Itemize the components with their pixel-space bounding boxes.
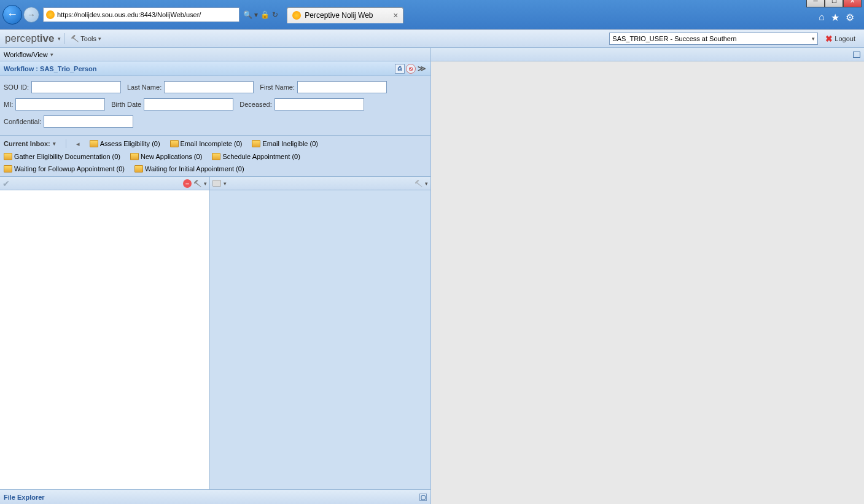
home-icon[interactable]: ⌂ bbox=[819, 12, 825, 23]
wrench-icon[interactable] bbox=[194, 180, 201, 187]
browser-tab[interactable]: Perceptive Nolij Web × bbox=[287, 7, 403, 23]
box-icon bbox=[252, 140, 260, 147]
favorites-icon[interactable]: ★ bbox=[831, 12, 839, 23]
check-icon[interactable]: ✔ bbox=[2, 179, 10, 188]
tools-button[interactable]: Tools ▾ bbox=[69, 34, 104, 44]
app-toolbar: perceptive ▾ Tools ▾ SAS_TRIO_USER - Suc… bbox=[0, 29, 864, 48]
detail-body bbox=[210, 190, 430, 489]
maximize-button[interactable]: ☐ bbox=[825, 0, 843, 7]
deceased-label: Deceased: bbox=[239, 101, 272, 108]
chevron-down-icon[interactable]: ▾ bbox=[425, 180, 428, 187]
chevron-down-icon[interactable]: ▾ bbox=[204, 180, 207, 187]
inbox-new-applications[interactable]: New Applications (0) bbox=[130, 153, 202, 160]
url-text: https://nolijdev.sou.ous.edu:8443/NolijW… bbox=[57, 11, 201, 18]
expand-icon[interactable]: ▢ bbox=[419, 494, 427, 501]
address-bar[interactable]: https://nolijdev.sou.ous.edu:8443/NolijW… bbox=[43, 7, 239, 22]
browser-chrome: ─ ☐ ✕ ← → https://nolijdev.sou.ous.edu:8… bbox=[0, 0, 864, 29]
inbox-gather-eligibility[interactable]: Gather Eligibility Documentation (0) bbox=[4, 153, 120, 160]
browser-menu-icons: ⌂ ★ ⚙ bbox=[811, 12, 862, 23]
tab-title: Perceptive Nolij Web bbox=[305, 11, 373, 20]
inbox-email-ineligible[interactable]: Email Ineligible (0) bbox=[252, 140, 317, 147]
box-icon bbox=[4, 165, 12, 173]
logout-button[interactable]: ✖ Logout bbox=[822, 33, 859, 45]
tab-icon bbox=[292, 11, 301, 20]
workflow-title: Workflow : SAS_Trio_Person bbox=[4, 65, 96, 72]
folder-icon[interactable] bbox=[212, 180, 221, 187]
forward-button[interactable]: → bbox=[23, 7, 39, 23]
file-explorer-bar[interactable]: File Explorer ▢ bbox=[0, 489, 430, 504]
workflow-header: Workflow : SAS_Trio_Person ⎙ ⦸ ≫ bbox=[0, 61, 430, 76]
inbox-assess-eligibility[interactable]: Assess Eligibility (0) bbox=[90, 140, 160, 147]
sou-id-label: SOU ID: bbox=[4, 83, 29, 91]
stop-icon[interactable]: ⦸ bbox=[406, 64, 416, 74]
viewer-toolbar bbox=[431, 48, 864, 61]
birth-date-input[interactable] bbox=[144, 98, 233, 110]
refresh-icon[interactable]: ↻ bbox=[272, 10, 278, 19]
detail-panel: ▾ ▾ bbox=[210, 177, 430, 489]
brand-dropdown-icon[interactable]: ▾ bbox=[58, 36, 61, 42]
mi-label: MI: bbox=[4, 101, 13, 108]
wrench-icon[interactable] bbox=[415, 180, 422, 187]
brand-label: perceptive bbox=[5, 33, 54, 45]
inbox-schedule-appointment[interactable]: Schedule Appointment (0) bbox=[212, 153, 300, 160]
workflow-panel: Workflow/View ▾ Workflow : SAS_Trio_Pers… bbox=[0, 48, 431, 504]
box-icon bbox=[90, 140, 98, 147]
remove-icon[interactable]: – bbox=[183, 179, 192, 188]
mi-input[interactable] bbox=[15, 98, 105, 110]
box-icon bbox=[212, 153, 220, 160]
inbox-bar: Current Inbox: ▾ ◂ Assess Eligibility (0… bbox=[0, 136, 430, 177]
results-body bbox=[0, 190, 209, 489]
window-controls: ─ ☐ ✕ bbox=[806, 0, 862, 7]
minimize-button[interactable]: ─ bbox=[806, 0, 825, 7]
chevron-down-icon: ▾ bbox=[50, 52, 53, 58]
search-dropdown-icon[interactable]: 🔍 ▾ bbox=[243, 10, 258, 19]
results-toolbar: ✔ – ▾ bbox=[0, 177, 209, 190]
deceased-input[interactable] bbox=[274, 98, 364, 110]
user-role-select[interactable]: SAS_TRIO_USER - Success at Southern ▾ bbox=[609, 33, 818, 45]
url-controls: 🔍 ▾ 🔒 ↻ bbox=[239, 10, 282, 19]
close-icon: ✖ bbox=[825, 34, 833, 44]
inbox-waiting-initial[interactable]: Waiting for Initial Appointment (0) bbox=[134, 165, 244, 173]
confidential-label: Confidential: bbox=[4, 118, 41, 125]
inbox-waiting-followup[interactable]: Waiting for Followup Appointment (0) bbox=[4, 165, 125, 173]
back-button[interactable]: ← bbox=[2, 5, 22, 25]
results-list-panel: ✔ – ▾ bbox=[0, 177, 210, 489]
gear-icon[interactable]: ⚙ bbox=[846, 12, 854, 23]
results-panels: ✔ – ▾ ▾ ▾ bbox=[0, 177, 430, 489]
viewer-panel bbox=[431, 48, 864, 504]
chevron-down-icon: ▾ bbox=[98, 36, 101, 42]
close-window-button[interactable]: ✕ bbox=[843, 0, 862, 7]
last-name-input[interactable] bbox=[164, 81, 254, 93]
sou-id-input[interactable] bbox=[31, 81, 121, 93]
print-icon[interactable]: ⎙ bbox=[395, 64, 405, 74]
box-icon bbox=[130, 153, 139, 160]
detail-toolbar: ▾ ▾ bbox=[210, 177, 430, 190]
confidential-input[interactable] bbox=[44, 115, 133, 128]
birth-date-label: Birth Date bbox=[111, 101, 141, 108]
box-icon bbox=[170, 140, 179, 147]
chevron-down-icon[interactable]: ▾ bbox=[224, 180, 227, 187]
inbox-email-incomplete[interactable]: Email Incomplete (0) bbox=[170, 140, 243, 147]
tab-strip: Perceptive Nolij Web × bbox=[287, 6, 811, 23]
box-icon bbox=[4, 153, 12, 160]
prev-arrow-icon[interactable]: ◂ bbox=[76, 140, 80, 148]
lock-icon[interactable]: 🔒 bbox=[260, 10, 270, 19]
separator bbox=[66, 139, 66, 148]
last-name-label: Last Name: bbox=[127, 83, 162, 91]
chevron-down-icon: ▾ bbox=[812, 36, 815, 42]
first-name-input[interactable] bbox=[297, 81, 387, 93]
box-icon bbox=[134, 165, 143, 173]
current-inbox-label[interactable]: Current Inbox: ▾ bbox=[4, 140, 56, 147]
chevron-down-icon: ▾ bbox=[53, 141, 56, 147]
search-form: SOU ID: Last Name: First Name: MI: Birth… bbox=[0, 76, 430, 136]
wrench-icon bbox=[71, 35, 79, 42]
content-row: Workflow/View ▾ Workflow : SAS_Trio_Pers… bbox=[0, 48, 864, 504]
tab-close-icon[interactable]: × bbox=[393, 10, 398, 20]
first-name-label: First Name: bbox=[260, 83, 295, 91]
workflow-view-bar[interactable]: Workflow/View ▾ bbox=[0, 48, 430, 61]
separator bbox=[64, 33, 65, 44]
site-icon bbox=[46, 10, 55, 19]
maximize-icon[interactable] bbox=[853, 52, 860, 58]
collapse-icon[interactable]: ≫ bbox=[417, 64, 427, 74]
